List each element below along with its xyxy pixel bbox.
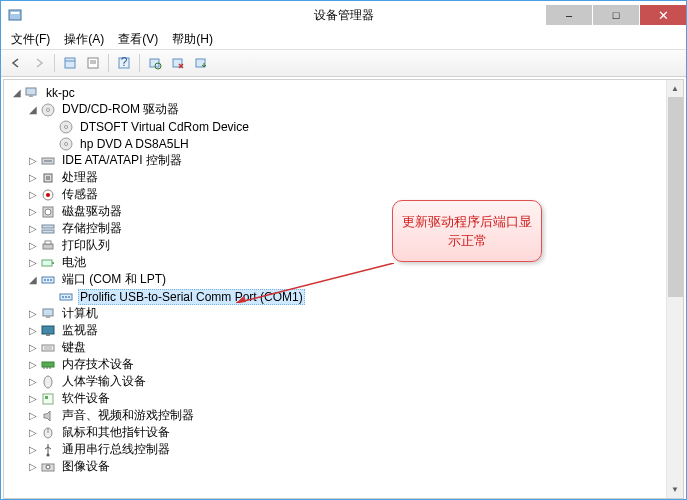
expander-icon[interactable]: ▷ [26, 460, 40, 474]
tree-node[interactable]: ▷ 传感器 [6, 186, 683, 203]
expander-icon[interactable]: ▷ [26, 358, 40, 372]
usb-icon [40, 442, 56, 458]
svg-text:?: ? [121, 56, 128, 69]
expander-icon[interactable]: ◢ [26, 103, 40, 117]
svg-rect-50 [42, 362, 54, 367]
menu-file[interactable]: 文件(F) [5, 29, 56, 50]
svg-point-41 [65, 296, 67, 298]
scan-button[interactable] [144, 52, 166, 74]
tree-leaf[interactable]: DTSOFT Virtual CdRom Device [6, 118, 683, 135]
menubar: 文件(F) 操作(A) 查看(V) 帮助(H) [1, 29, 686, 49]
tree-node[interactable]: ▷ 键盘 [6, 339, 683, 356]
expander-icon[interactable]: ▷ [26, 341, 40, 355]
expander-icon[interactable]: ▷ [26, 392, 40, 406]
forward-button[interactable] [28, 52, 50, 74]
properties-button[interactable] [82, 52, 104, 74]
menu-action[interactable]: 操作(A) [58, 29, 110, 50]
expander-icon[interactable] [44, 120, 58, 134]
node-label: 内存技术设备 [60, 356, 136, 373]
expander-icon[interactable]: ▷ [26, 239, 40, 253]
tree-node[interactable]: ◢ DVD/CD-ROM 驱动器 [6, 101, 683, 118]
tree-node[interactable]: ▷ 磁盘驱动器 [6, 203, 683, 220]
expander-icon[interactable]: ▷ [26, 256, 40, 270]
expander-icon[interactable] [44, 290, 58, 304]
expander-icon[interactable]: ▷ [26, 205, 40, 219]
menu-view[interactable]: 查看(V) [112, 29, 164, 50]
tree-leaf[interactable]: hp DVD A DS8A5LH [6, 135, 683, 152]
expander-icon[interactable]: ▷ [26, 222, 40, 236]
annotation-callout: 更新驱动程序后端口显示正常 [392, 200, 542, 262]
close-button[interactable]: ✕ [640, 5, 686, 25]
scroll-up-button[interactable]: ▲ [667, 80, 683, 97]
port-icon [40, 272, 56, 288]
expander-icon[interactable]: ▷ [26, 188, 40, 202]
expander-icon[interactable]: ▷ [26, 324, 40, 338]
scroll-down-button[interactable]: ▼ [667, 481, 683, 498]
node-label: 人体学输入设备 [60, 373, 148, 390]
tree-node[interactable]: ▷ 监视器 [6, 322, 683, 339]
show-hidden-button[interactable] [59, 52, 81, 74]
tree-node[interactable]: ▷ 图像设备 [6, 458, 683, 475]
expander-icon[interactable]: ◢ [26, 273, 40, 287]
tree-node[interactable]: ▷ 打印队列 [6, 237, 683, 254]
expander-icon[interactable]: ▷ [26, 171, 40, 185]
separator [139, 54, 140, 72]
expander-icon[interactable]: ◢ [10, 86, 24, 100]
tree-node[interactable]: ▷ 处理器 [6, 169, 683, 186]
tree-node[interactable]: ▷ 计算机 [6, 305, 683, 322]
svg-point-40 [62, 296, 64, 298]
expander-icon[interactable]: ▷ [26, 307, 40, 321]
tree-node[interactable]: ▷ 鼠标和其他指针设备 [6, 424, 683, 441]
svg-rect-30 [42, 230, 54, 233]
help-button[interactable]: ? [113, 52, 135, 74]
maximize-button[interactable]: □ [593, 5, 639, 25]
tree-node[interactable]: ▷ 电池 [6, 254, 683, 271]
titlebar[interactable]: 设备管理器 – □ ✕ [1, 1, 686, 29]
tree-leaf[interactable]: Prolific USB-to-Serial Comm Port (COM1) [6, 288, 683, 305]
device-tree[interactable]: ◢ kk-pc ◢ DVD/CD-ROM 驱动器 DTSOFT Virtual … [4, 80, 683, 498]
svg-rect-33 [42, 260, 52, 266]
svg-rect-43 [43, 309, 53, 316]
scroll-thumb[interactable] [668, 97, 683, 297]
expander-icon[interactable]: ▷ [26, 426, 40, 440]
uninstall-button[interactable] [167, 52, 189, 74]
back-button[interactable] [5, 52, 27, 74]
storage-icon [40, 221, 56, 237]
svg-point-18 [65, 125, 68, 128]
expander-icon[interactable]: ▷ [26, 375, 40, 389]
expander-icon[interactable]: ▷ [26, 409, 40, 423]
tree-root[interactable]: ◢ kk-pc [6, 84, 683, 101]
tree-node[interactable]: ▷ 人体学输入设备 [6, 373, 683, 390]
update-driver-button[interactable] [190, 52, 212, 74]
tree-node[interactable]: ▷ 存储控制器 [6, 220, 683, 237]
svg-rect-45 [42, 326, 54, 334]
disc-icon [58, 119, 74, 135]
svg-rect-2 [65, 58, 75, 68]
expander-icon[interactable] [44, 137, 58, 151]
node-label: 图像设备 [60, 458, 112, 475]
node-label: Prolific USB-to-Serial Comm Port (COM1) [78, 289, 305, 305]
node-label: 处理器 [60, 169, 100, 186]
tree-node[interactable]: ▷ 内存技术设备 [6, 356, 683, 373]
minimize-button[interactable]: – [546, 5, 592, 25]
hdd-icon [40, 204, 56, 220]
vertical-scrollbar[interactable]: ▲ ▼ [666, 80, 683, 498]
expander-icon[interactable]: ▷ [26, 154, 40, 168]
svg-point-20 [65, 142, 68, 145]
menu-help[interactable]: 帮助(H) [166, 29, 219, 50]
expander-icon[interactable]: ▷ [26, 443, 40, 457]
tree-node[interactable]: ◢ 端口 (COM 和 LPT) [6, 271, 683, 288]
svg-point-26 [46, 193, 50, 197]
computer-icon [40, 306, 56, 322]
battery-icon [40, 255, 56, 271]
tree-node[interactable]: ▷ 通用串行总线控制器 [6, 441, 683, 458]
tree-viewport: ◢ kk-pc ◢ DVD/CD-ROM 驱动器 DTSOFT Virtual … [3, 79, 684, 499]
mouse-icon [40, 425, 56, 441]
node-label: 通用串行总线控制器 [60, 441, 172, 458]
cpu-icon [40, 170, 56, 186]
audio-icon [40, 408, 56, 424]
node-label: 打印队列 [60, 237, 112, 254]
tree-node[interactable]: ▷ IDE ATA/ATAPI 控制器 [6, 152, 683, 169]
tree-node[interactable]: ▷ 软件设备 [6, 390, 683, 407]
tree-node[interactable]: ▷ 声音、视频和游戏控制器 [6, 407, 683, 424]
